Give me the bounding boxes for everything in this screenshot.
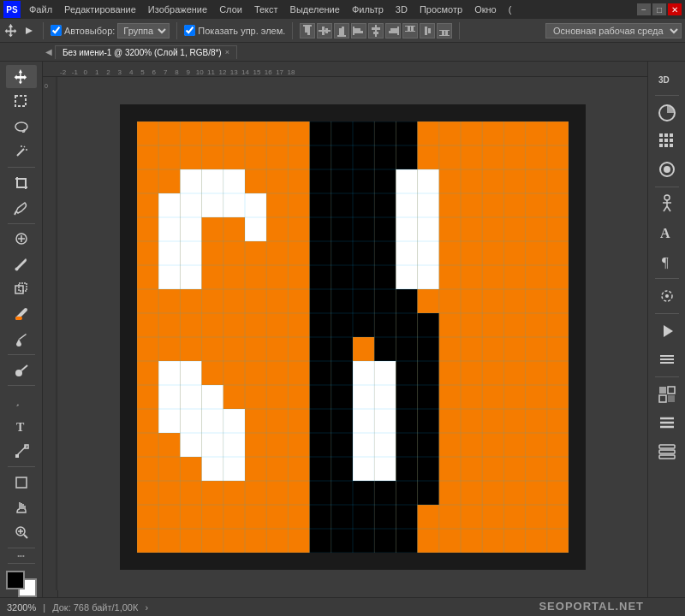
tool-hand[interactable] [6, 495, 37, 518]
align-left-button[interactable] [351, 23, 366, 38]
status-arrow[interactable]: › [145, 602, 148, 613]
foreground-color[interactable] [6, 571, 25, 589]
more-tools[interactable]: ••• [17, 552, 24, 560]
menu-view[interactable]: Просмотр [414, 3, 468, 16]
ruler-left-svg: 0 [43, 77, 58, 590]
panel-channels-button[interactable] [653, 438, 681, 464]
tool-separator-3 [8, 354, 35, 355]
menu-text[interactable]: Текст [249, 3, 283, 16]
tool-zoom[interactable] [6, 521, 37, 544]
svg-rect-7 [325, 28, 328, 33]
align-bottom-button[interactable] [334, 23, 349, 38]
tool-magic-wand[interactable] [6, 140, 37, 163]
tool-type[interactable]: T [6, 415, 37, 438]
workspace-select[interactable]: Основная рабочая среда [545, 23, 682, 38]
panel-type-button[interactable]: A [653, 220, 681, 246]
panel-layers-button[interactable] [653, 410, 681, 435]
panel-adjustments-button[interactable] [653, 382, 681, 407]
menu-3d[interactable]: 3D [390, 3, 413, 16]
tool-brush[interactable] [6, 252, 37, 275]
svg-rect-9 [339, 28, 342, 35]
tool-move[interactable] [6, 65, 37, 88]
svg-rect-13 [354, 31, 363, 33]
svg-rect-31 [15, 96, 26, 106]
right-sep-2 [655, 187, 679, 187]
svg-rect-85 [668, 387, 675, 394]
menu-extra[interactable]: ( [503, 3, 517, 16]
tool-separator-6 [8, 548, 35, 548]
tool-path-select[interactable] [6, 440, 37, 463]
menu-file[interactable]: Файл [24, 3, 57, 16]
close-button[interactable]: ✕ [668, 3, 682, 15]
svg-point-32 [15, 122, 27, 131]
tool-separator-2 [8, 223, 35, 224]
ruler-left: 0 [43, 77, 58, 597]
pixel-canvas[interactable] [137, 121, 569, 553]
menu-window[interactable]: Окно [469, 3, 502, 16]
menu-select[interactable]: Выделение [285, 3, 345, 16]
tool-shape[interactable] [6, 471, 37, 494]
canvas-content[interactable] [58, 77, 647, 597]
distribute-bottom-button[interactable] [437, 23, 452, 38]
distribute-top-button[interactable] [402, 23, 418, 38]
tool-eraser[interactable] [6, 302, 37, 325]
tool-eyedropper[interactable] [6, 196, 37, 219]
svg-rect-60 [659, 133, 663, 137]
align-top-button[interactable] [300, 23, 315, 38]
svg-rect-86 [659, 395, 666, 402]
panel-paragraph-button[interactable]: ¶ [653, 248, 681, 274]
auto-select-dropdown[interactable]: Группа [117, 23, 170, 38]
ruler-top-ticks: -2 -1 0 1 2 3 4 5 6 7 8 9 10 11 12 13 14… [58, 68, 295, 76]
document-tab[interactable]: Без имени-1 @ 3200% (Слой 1, RGB/8*) × [55, 45, 237, 59]
panel-play-button[interactable] [653, 318, 681, 344]
maximize-button[interactable]: □ [652, 3, 666, 15]
tool-dodge[interactable] [6, 358, 37, 382]
menu-layers[interactable]: Слои [214, 3, 247, 16]
tool-clone[interactable] [6, 277, 37, 300]
svg-rect-12 [354, 28, 360, 31]
menu-image[interactable]: Изображение [143, 3, 212, 16]
panel-3d-button[interactable]: 3D [653, 65, 681, 91]
tab-close-button[interactable]: × [225, 48, 229, 56]
svg-rect-91 [659, 445, 675, 448]
tool-lasso[interactable] [6, 116, 37, 139]
menu-edit[interactable]: Редактирование [59, 3, 141, 16]
svg-marker-46 [16, 404, 19, 406]
tool-pen[interactable] [6, 389, 37, 412]
align-right-button[interactable] [385, 23, 401, 38]
svg-rect-3 [305, 27, 307, 33]
zoom-level: 3200% [7, 602, 36, 613]
svg-rect-21 [405, 31, 415, 32]
align-vcenter-button[interactable] [317, 23, 332, 38]
svg-line-52 [24, 535, 27, 538]
panel-actions-button[interactable] [653, 346, 681, 372]
minimize-button[interactable]: − [637, 3, 651, 15]
tool-select-rect[interactable] [6, 90, 37, 113]
align-hcenter-button[interactable] [368, 23, 384, 38]
show-transform-checkbox[interactable] [184, 25, 195, 36]
tab-scroll-left[interactable]: ◀ [43, 44, 55, 61]
svg-rect-22 [408, 27, 410, 31]
canvas-area[interactable]: -2 -1 0 1 2 3 4 5 6 7 8 9 10 11 12 13 14… [43, 62, 647, 597]
panel-puppet-button[interactable] [653, 192, 681, 217]
tool-bucket[interactable] [6, 328, 37, 351]
svg-marker-30 [14, 69, 26, 84]
svg-rect-61 [664, 133, 668, 137]
panel-histogram-button[interactable] [653, 283, 681, 309]
svg-rect-67 [664, 144, 668, 147]
options-separator-4 [459, 22, 460, 39]
svg-marker-80 [664, 325, 673, 337]
svg-rect-55 [43, 77, 58, 590]
auto-select-option: Автовыбор: Группа [51, 23, 170, 38]
tool-separator-1 [8, 167, 35, 168]
svg-rect-6 [322, 27, 325, 35]
panel-mask-button[interactable] [653, 157, 681, 182]
distribute-vcenter-button[interactable] [420, 23, 435, 38]
panel-colorwheel-button[interactable] [653, 100, 681, 126]
panel-swatches-button[interactable] [653, 128, 681, 154]
tool-heal[interactable] [6, 228, 37, 251]
auto-select-checkbox[interactable] [51, 25, 62, 36]
tool-crop[interactable] [6, 171, 37, 194]
svg-point-71 [664, 195, 670, 200]
menu-filter[interactable]: Фильтр [347, 3, 389, 16]
